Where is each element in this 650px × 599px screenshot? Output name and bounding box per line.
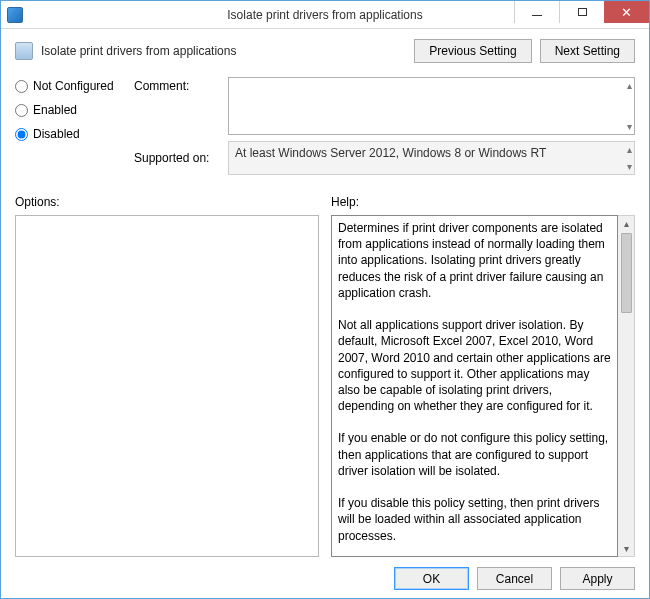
dialog-window: Isolate print drivers from applications …: [0, 0, 650, 599]
radio-not-configured[interactable]: Not Configured: [15, 79, 130, 93]
radio-enabled-input[interactable]: [15, 104, 28, 117]
minimize-button[interactable]: [514, 1, 559, 23]
policy-title: Isolate print drivers from applications: [41, 44, 236, 58]
radio-disabled-label: Disabled: [33, 127, 80, 141]
help-panel-wrap: Determines if print driver components ar…: [331, 215, 635, 557]
options-label: Options:: [15, 195, 319, 209]
radio-not-configured-label: Not Configured: [33, 79, 114, 93]
maximize-button[interactable]: [559, 1, 604, 23]
next-setting-button[interactable]: Next Setting: [540, 39, 635, 63]
config-grid: Not Configured Enabled Disabled Comment:…: [15, 77, 635, 181]
state-radio-group: Not Configured Enabled Disabled: [15, 77, 130, 141]
policy-icon: [15, 42, 33, 60]
options-panel: [15, 215, 319, 557]
radio-not-configured-input[interactable]: [15, 80, 28, 93]
radio-disabled[interactable]: Disabled: [15, 127, 130, 141]
scroll-down-icon[interactable]: ▾: [627, 161, 632, 172]
supported-on-label: Supported on:: [134, 151, 224, 165]
dialog-footer: OK Cancel Apply: [15, 557, 635, 590]
scroll-up-icon[interactable]: ▴: [627, 144, 632, 155]
supported-on-value: At least Windows Server 2012, Windows 8 …: [235, 146, 546, 160]
app-icon: [7, 7, 23, 23]
dialog-body: Isolate print drivers from applications …: [1, 29, 649, 598]
comment-textarea[interactable]: ▴ ▾: [228, 77, 635, 135]
ok-button[interactable]: OK: [394, 567, 469, 590]
cancel-button[interactable]: Cancel: [477, 567, 552, 590]
header-row: Isolate print drivers from applications …: [15, 39, 635, 63]
previous-setting-button[interactable]: Previous Setting: [414, 39, 531, 63]
radio-enabled-label: Enabled: [33, 103, 77, 117]
help-panel[interactable]: Determines if print driver components ar…: [331, 215, 618, 557]
close-button[interactable]: ✕: [604, 1, 649, 23]
radio-enabled[interactable]: Enabled: [15, 103, 130, 117]
radio-disabled-input[interactable]: [15, 128, 28, 141]
titlebar[interactable]: Isolate print drivers from applications …: [1, 1, 649, 29]
close-icon: ✕: [621, 6, 632, 19]
scroll-down-icon[interactable]: ▾: [627, 121, 632, 132]
apply-button[interactable]: Apply: [560, 567, 635, 590]
scroll-up-icon[interactable]: ▴: [627, 80, 632, 91]
supported-on-box: At least Windows Server 2012, Windows 8 …: [228, 141, 635, 175]
help-label: Help:: [331, 195, 635, 209]
window-controls: ✕: [514, 1, 649, 28]
scroll-up-icon[interactable]: ▴: [624, 216, 629, 231]
comment-label: Comment:: [134, 77, 224, 93]
lower-panes: Options: Help: Determines if print drive…: [15, 195, 635, 557]
help-scrollbar[interactable]: ▴ ▾: [618, 215, 635, 557]
scroll-down-icon[interactable]: ▾: [624, 541, 629, 556]
scrollbar-thumb[interactable]: [621, 233, 632, 313]
